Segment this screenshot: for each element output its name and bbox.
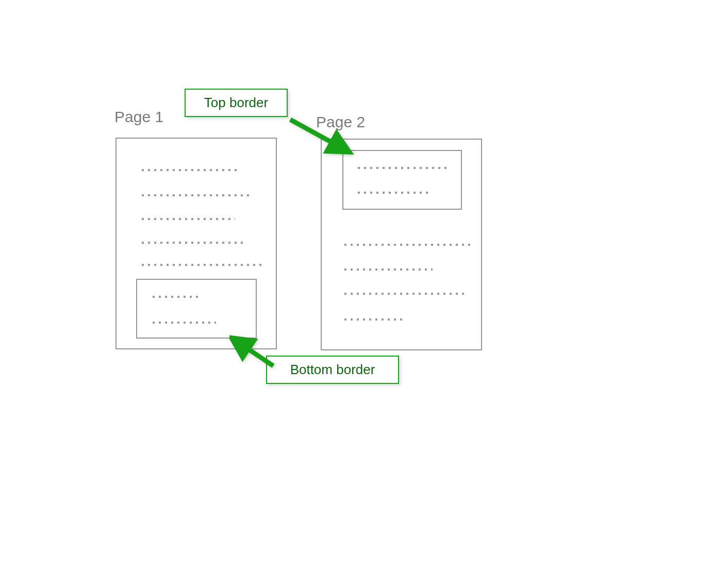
text-line: [356, 166, 449, 170]
page1-box: [115, 138, 277, 349]
text-line: [342, 243, 471, 246]
text-line: [342, 292, 466, 295]
page1-label: Page 1: [114, 108, 163, 126]
text-line: [140, 194, 253, 197]
text-line: [140, 217, 235, 221]
svg-line-1: [290, 120, 342, 148]
text-line: [140, 241, 243, 244]
top-border-arrow: [288, 117, 355, 158]
text-line: [342, 268, 433, 271]
text-line: [140, 263, 264, 266]
bottom-border-arrow: [229, 335, 276, 371]
top-border-callout: Top border: [185, 89, 288, 117]
diagram-container: Page 1 Page 2 Top border Bottom bo: [0, 0, 728, 572]
text-line: [342, 318, 404, 321]
page2-top-box: [342, 150, 462, 210]
bottom-border-label: Bottom border: [290, 362, 375, 378]
text-line: [356, 191, 431, 194]
text-line: [151, 295, 202, 298]
top-border-label: Top border: [204, 95, 268, 111]
page1-bottom-box: [136, 279, 257, 339]
page2-box: [321, 139, 482, 350]
svg-line-3: [239, 343, 273, 366]
text-line: [151, 321, 216, 324]
bottom-border-callout: Bottom border: [266, 356, 399, 384]
text-line: [140, 169, 241, 172]
